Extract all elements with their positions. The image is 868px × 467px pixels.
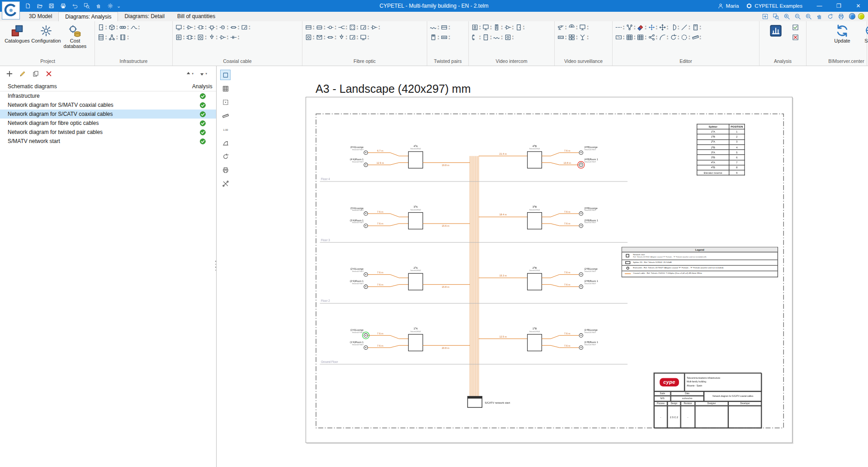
tx-box-button[interactable]: Tx▾≡: [615, 33, 624, 41]
tap-button[interactable]: ▾≡: [208, 24, 217, 31]
tools-button[interactable]: [220, 178, 231, 189]
menu-marks[interactable]: ▾≡: [183, 35, 184, 40]
configuration-button[interactable]: Configuration: [32, 23, 60, 49]
conduit-button[interactable]: ▾≡: [130, 24, 140, 31]
close-button[interactable]: ✕: [849, 0, 868, 12]
tab-3d-model[interactable]: 3D Model: [23, 12, 58, 21]
bimserver-account[interactable]: CYPETEL Examples: [746, 3, 802, 9]
measure-button[interactable]: ▾≡: [692, 33, 701, 41]
menu-marks[interactable]: ▾≡: [138, 25, 140, 30]
menu-marks[interactable]: ▾≡: [512, 35, 514, 40]
pan-button[interactable]: [815, 12, 824, 21]
menu-marks[interactable]: ▾≡: [656, 25, 657, 30]
amplifier-button[interactable]: ▾≡: [186, 24, 195, 31]
menu-marks[interactable]: ▾≡: [438, 35, 439, 40]
fo-splitter-button[interactable]: ▾≡: [338, 24, 347, 31]
menu-marks[interactable]: ▾≡: [227, 25, 228, 30]
menu-marks[interactable]: ▾≡: [346, 35, 347, 40]
handset-button[interactable]: ▾≡: [471, 33, 481, 41]
menu-marks[interactable]: ▾≡: [700, 35, 701, 40]
recorder-button[interactable]: ▾≡: [557, 33, 566, 41]
restore-button[interactable]: ❐: [829, 0, 849, 12]
catalogues-button[interactable]: Catalogues: [3, 23, 31, 49]
menu-marks[interactable]: ▾≡: [587, 35, 588, 40]
previous-view-button[interactable]: [804, 12, 813, 21]
print-drawing-button[interactable]: [837, 12, 845, 21]
diagram-list-item[interactable]: Infrastructure: [0, 91, 216, 100]
menu-marks[interactable]: ▾≡: [645, 35, 646, 40]
menu-marks[interactable]: ▾≡: [205, 25, 206, 30]
print-file-button[interactable]: [59, 1, 68, 10]
new-file-button[interactable]: [24, 1, 33, 10]
rotate-button[interactable]: ▾≡: [670, 33, 679, 41]
menu-marks[interactable]: ▾≡: [623, 35, 624, 40]
cctv-camera-button[interactable]: ▾≡: [557, 24, 566, 31]
door-button[interactable]: ▾≡: [515, 24, 524, 31]
drawing-sheet[interactable]: Floor 46.7 m(4ºA)LoungeTelevés4173G2T12.…: [306, 97, 793, 443]
menu-marks[interactable]: ▾≡: [368, 35, 369, 40]
menu-marks[interactable]: ▾≡: [565, 35, 566, 40]
refresh-button[interactable]: [220, 151, 231, 162]
odf-button[interactable]: ▾≡: [349, 24, 358, 31]
toolbar-overflow-caret[interactable]: ⌄: [117, 3, 121, 9]
door-button[interactable]: ▾≡: [97, 24, 107, 31]
menu-marks[interactable]: ▾≡: [249, 25, 250, 30]
menu-marks[interactable]: ▾≡: [479, 35, 481, 40]
eraser-button[interactable]: ▾≡: [637, 24, 646, 31]
copy-button[interactable]: [32, 70, 40, 78]
tv-panel-button[interactable]: ▾≡: [175, 24, 184, 31]
print-button[interactable]: [220, 165, 231, 175]
patch-panel-button[interactable]: ▾≡: [440, 24, 450, 31]
outlet-button[interactable]: ▾≡: [219, 24, 228, 31]
network-3d-button[interactable]: ▾≡: [108, 33, 118, 41]
menu-marks[interactable]: ▾≡: [448, 35, 450, 40]
menu-marks[interactable]: ▾≡: [335, 25, 336, 30]
open-file-button[interactable]: [35, 1, 44, 10]
table-button[interactable]: ▾≡: [626, 33, 635, 41]
meter-button[interactable]: ▾≡: [359, 24, 369, 31]
fo-connector-button[interactable]: ▾≡: [326, 24, 336, 31]
menu-marks[interactable]: ▾≡: [216, 25, 217, 30]
splice-box-button[interactable]: ▾≡: [316, 24, 325, 31]
derivator-button[interactable]: ▾≡: [186, 33, 195, 41]
menu-marks[interactable]: ▾≡: [490, 35, 491, 40]
menu-marks[interactable]: ▾≡: [634, 35, 635, 40]
entry-panel-button[interactable]: ▾≡: [493, 24, 502, 31]
cypetel-app-button[interactable]: [2, 1, 20, 19]
menu-marks[interactable]: ▾≡: [576, 35, 577, 40]
move-down-button[interactable]: ▾: [199, 70, 207, 78]
keypad-button[interactable]: ▾≡: [482, 33, 491, 41]
menu-marks[interactable]: ▾≡: [667, 35, 668, 40]
menu-marks[interactable]: ▾≡: [623, 25, 624, 30]
tab-diagrams-detail[interactable]: Diagrams: Detail: [118, 12, 171, 21]
socket-button[interactable]: ▾≡: [504, 33, 514, 41]
attenuator-button[interactable]: ▾≡: [230, 24, 239, 31]
diagram-list-item[interactable]: Network diagram for fibre optic cables: [0, 119, 216, 128]
menu-marks[interactable]: ▾≡: [335, 35, 336, 40]
snap-button[interactable]: [220, 97, 231, 107]
menu-marks[interactable]: ▾≡: [576, 25, 577, 30]
analysis-button[interactable]: [762, 23, 790, 38]
protractor-button[interactable]: [220, 138, 231, 148]
menu-marks[interactable]: ▾≡: [313, 25, 314, 30]
half-circle-button[interactable]: ▾≡: [670, 24, 679, 31]
menu-marks[interactable]: ▾≡: [490, 25, 491, 30]
menu-marks[interactable]: ▾≡: [656, 35, 657, 40]
load-button[interactable]: ▾≡: [338, 33, 347, 41]
scale-1-button[interactable]: 1.00: [220, 124, 231, 134]
menu-marks[interactable]: ▾≡: [667, 25, 668, 30]
menu-marks[interactable]: ▾≡: [523, 25, 524, 30]
node-tree-button[interactable]: ▾≡: [626, 24, 635, 31]
circle-dash-button[interactable]: ▾≡: [680, 33, 690, 41]
menu-marks[interactable]: ▾≡: [205, 35, 206, 40]
share-button[interactable]: Share: [857, 23, 868, 44]
diagram-list-item[interactable]: Network diagram for S/CATV coaxial cable…: [0, 110, 216, 119]
equalizer-button[interactable]: ▾≡: [175, 33, 184, 41]
connector-button[interactable]: ▾≡: [230, 33, 239, 41]
menu-marks[interactable]: ▾≡: [127, 25, 128, 30]
amplifier-button[interactable]: ▾≡: [504, 24, 514, 31]
menu-marks[interactable]: ▾≡: [689, 25, 690, 30]
splitter-button[interactable]: ▾≡: [197, 24, 206, 31]
ruler-button[interactable]: [220, 110, 231, 121]
menu-marks[interactable]: ▾≡: [479, 25, 481, 30]
